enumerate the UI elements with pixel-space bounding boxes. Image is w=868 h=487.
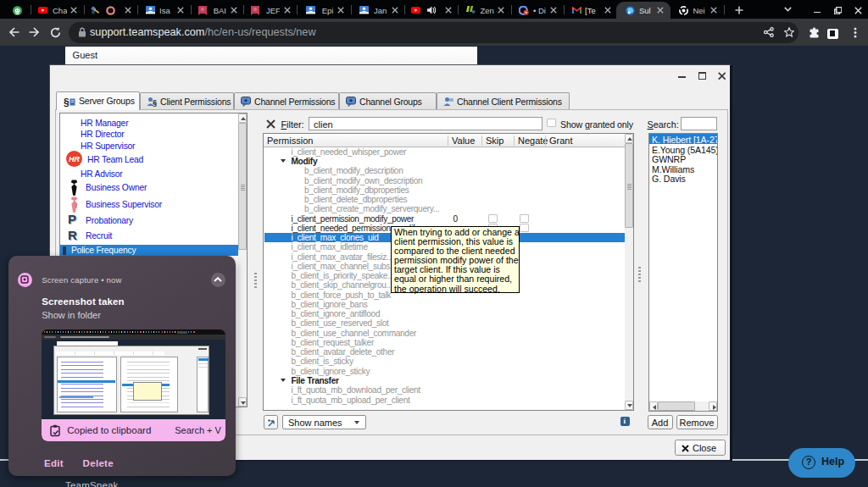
svg-text:§: §: [153, 98, 157, 107]
svg-text:§: §: [64, 97, 70, 108]
